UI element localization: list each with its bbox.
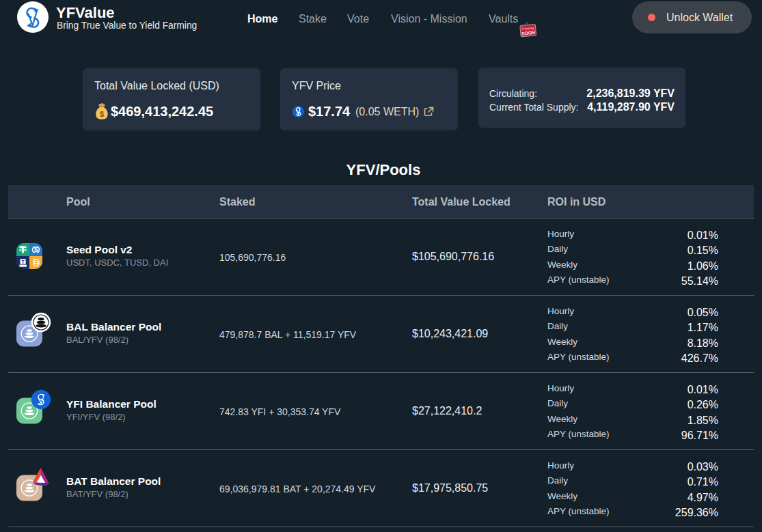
svg-text:T: T (21, 260, 25, 264)
svg-text:$: $ (34, 246, 38, 253)
svg-text:$: $ (100, 110, 105, 118)
